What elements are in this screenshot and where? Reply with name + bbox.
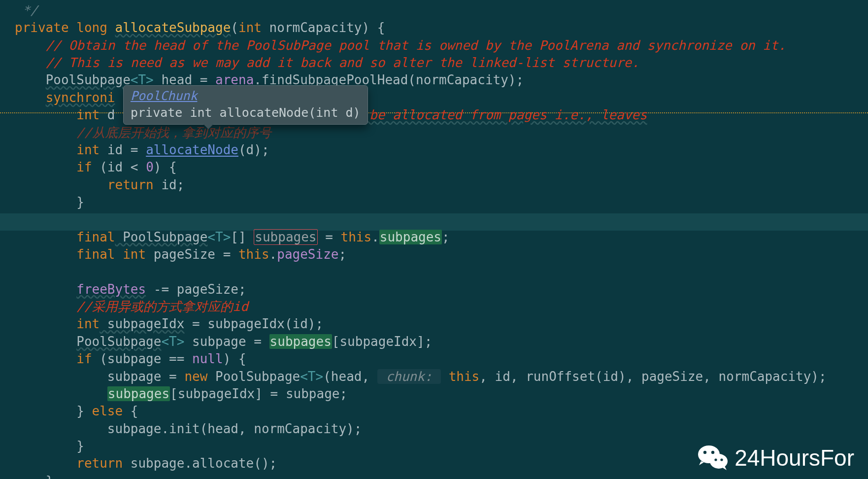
code-text: ) { [223, 351, 246, 366]
code-text: = [318, 230, 341, 244]
comment: // This is need as we may add it back an… [46, 55, 639, 70]
code-text: (id < [92, 160, 146, 174]
kw-if: if [76, 351, 92, 366]
kw-int: int [76, 316, 100, 331]
code-editor[interactable]: */ private long allocateSubpage(int norm… [0, 0, 868, 479]
kw-long: long [76, 20, 107, 35]
kw-null: null [192, 351, 223, 366]
type-poolsubpage: PoolSubpage [76, 334, 161, 349]
wechat-icon [698, 445, 728, 471]
svg-point-3 [711, 451, 714, 454]
code-text: [subpageIdx] = subpage; [170, 386, 347, 401]
call-allocatenode[interactable]: allocateNode [146, 142, 238, 157]
kw-this: this [341, 230, 372, 244]
code-text: -= pageSize; [146, 282, 246, 297]
kw-this: this [449, 369, 480, 384]
code-text: pageSize = [146, 247, 238, 262]
code-text: = subpageIdx(id); [184, 316, 323, 331]
code-text: subpage = [184, 334, 269, 349]
semicolon: ; [338, 247, 346, 262]
inlay-hint-chunk: chunk: [377, 369, 441, 384]
generic: <T> [300, 369, 323, 384]
type-poolsubpage: PoolSubpage [207, 369, 300, 384]
kw-return: return [76, 456, 123, 471]
svg-point-4 [715, 458, 717, 461]
brace: } [76, 195, 84, 209]
comment-cn: //从底层开始找，拿到对应的序号 [76, 125, 271, 140]
brace: } [76, 439, 84, 453]
svg-point-2 [703, 451, 706, 454]
dot: . [269, 247, 277, 262]
generic: <T> [207, 230, 231, 244]
code-text: (head, [323, 369, 377, 384]
comment: // Obtain the head of the PoolSubPage po… [46, 38, 786, 53]
tooltip-signature: private int allocateNode(int d) [131, 105, 361, 120]
semicolon: ; [442, 230, 450, 244]
kw-new: new [184, 369, 207, 384]
num-zero: 0 [146, 160, 154, 174]
kw-if: if [76, 160, 92, 174]
kw-return: return [107, 177, 154, 192]
brace: } [46, 474, 54, 479]
brace: } [76, 404, 92, 418]
field-freebytes: freeBytes [76, 282, 146, 297]
source-code[interactable]: */ private long allocateSubpage(int norm… [0, 0, 868, 479]
var-subpageidx: subpageIdx [100, 316, 184, 331]
svg-point-5 [721, 458, 723, 461]
comment-cn: //采用异或的方式拿对应的id [76, 299, 248, 314]
code-text: [] [231, 230, 254, 244]
code-text: subpage.init(head, normCapacity); [107, 421, 362, 436]
code-text: , id, runOffset(id), pageSize, normCapac… [479, 369, 826, 384]
generic: <T> [161, 334, 184, 349]
param: normCapacity) { [262, 20, 385, 35]
dot: . [371, 230, 379, 244]
kw-int: int [76, 142, 100, 157]
kw-final: final [76, 230, 115, 244]
code-text: [subpageIdx]; [332, 334, 433, 349]
kw-private: private [15, 20, 69, 35]
kw-this: this [238, 247, 269, 262]
field-pagesize: pageSize [277, 247, 338, 262]
method-name: allocateSubpage [115, 20, 231, 35]
kw-synchronized: synchroni [46, 90, 115, 105]
kw-final-int: final int [76, 247, 146, 262]
code-text: (subpage == [92, 351, 193, 366]
tooltip-pointer-icon [202, 123, 214, 129]
comment-close: */ [15, 3, 38, 18]
code-text: id = [100, 142, 146, 157]
kw-int: int [238, 20, 262, 35]
code-text: (d); [238, 142, 269, 157]
type-poolsubpage: PoolSubpage [46, 72, 131, 87]
code-text: subpage.allocate(); [123, 456, 277, 471]
code-text: ) { [154, 160, 177, 174]
brace: { [123, 404, 138, 418]
watermark: 24HoursFor [698, 445, 854, 471]
var-subpages-decl: subpages [254, 229, 317, 245]
svg-point-1 [710, 454, 728, 469]
code-text: d [100, 107, 115, 122]
field-subpages: subpages [379, 230, 442, 244]
code-text: id; [154, 177, 185, 192]
quick-doc-tooltip[interactable]: PoolChunk private int allocateNode(int d… [123, 85, 368, 125]
tooltip-class-link[interactable]: PoolChunk [131, 89, 197, 103]
var-subpages: subpages [269, 334, 332, 349]
type-poolsubpage: PoolSubpage [115, 230, 208, 244]
kw-int: int [76, 107, 100, 122]
code-text: subpage = [107, 369, 185, 384]
kw-else: else [92, 404, 123, 418]
watermark-text: 24HoursFor [734, 445, 854, 471]
var-subpages: subpages [107, 386, 170, 401]
